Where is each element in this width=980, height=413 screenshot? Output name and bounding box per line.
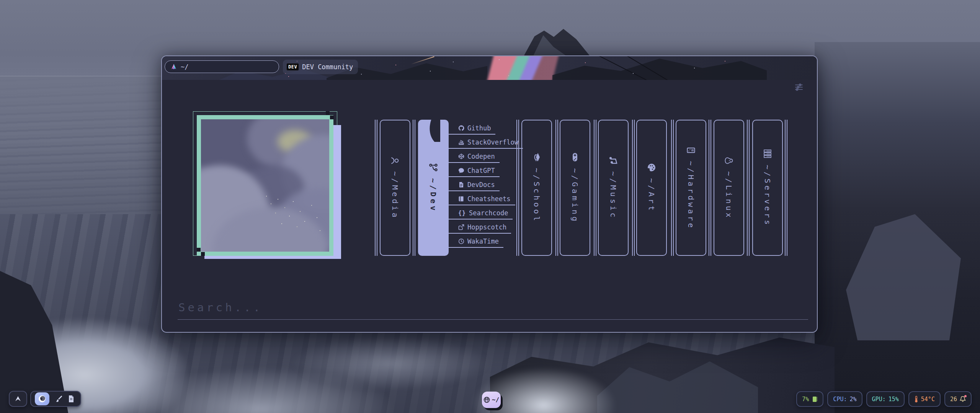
- link-codepen[interactable]: Codepen: [448, 153, 500, 163]
- memory-widget[interactable]: 7%: [796, 391, 823, 407]
- spine-label: ~/Gaming: [570, 168, 580, 223]
- link-label: WakaTime: [467, 237, 499, 245]
- dev-badge: DEV: [287, 63, 299, 70]
- book-icon: [458, 196, 464, 202]
- link-chatgpt[interactable]: ChatGPT: [448, 167, 500, 177]
- spine-label: ~/Music: [609, 171, 618, 220]
- browser-window: ~/ DEV DEV Community: [161, 55, 818, 333]
- frame-handle: [330, 115, 334, 119]
- pc-tower-icon: [686, 146, 696, 155]
- spine-label: ~/Media: [390, 171, 400, 220]
- spine-hardware[interactable]: ~/Hardware: [676, 120, 706, 256]
- cpu-widget[interactable]: CPU: 2%: [827, 391, 862, 407]
- person-icon: [390, 156, 400, 165]
- shelf-divider: [594, 120, 596, 256]
- palette-icon: [647, 163, 656, 172]
- spine-school[interactable]: ~/School: [521, 120, 552, 256]
- arrow-up-icon: [14, 395, 22, 402]
- link-stackoverflow[interactable]: StackOverflow: [448, 138, 523, 149]
- firefox-icon[interactable]: [35, 392, 49, 405]
- link-label: ChatGPT: [467, 167, 495, 174]
- gamepad-icon: [570, 152, 580, 162]
- thermometer-icon: [914, 396, 918, 403]
- file-icon[interactable]: [68, 395, 75, 403]
- spine-media[interactable]: ~/Media: [380, 120, 410, 256]
- url-bar[interactable]: ~/: [165, 60, 279, 73]
- system-tray: 7% CPU: 2% GPU: 15% 54°C: [796, 391, 972, 407]
- link-hoppscotch[interactable]: Hoppscotch: [448, 223, 511, 234]
- spine-label: ~/School: [532, 168, 541, 223]
- link-github[interactable]: Github: [448, 124, 495, 135]
- browser-logo-icon: [170, 63, 177, 70]
- gpu-label: GPU:: [872, 396, 886, 403]
- spine-music[interactable]: ~/Music: [598, 120, 629, 256]
- gpu-widget[interactable]: GPU: 15%: [866, 391, 905, 407]
- cloud-painting: [201, 119, 329, 252]
- workspace-label: ~/: [492, 396, 499, 403]
- chip-icon: [812, 396, 818, 403]
- music-note-icon: [609, 156, 618, 165]
- artwork-image: [197, 115, 333, 256]
- featured-artwork: [193, 111, 377, 272]
- link-label: Searchcode: [469, 209, 508, 217]
- temperature-widget[interactable]: 54°C: [908, 391, 941, 407]
- document-icon: [458, 182, 464, 188]
- link-label: Cheatsheets: [467, 195, 511, 203]
- git-branch-icon: [429, 163, 438, 172]
- link-devdocs[interactable]: DevDocs: [448, 181, 500, 191]
- share-box-icon: [458, 224, 464, 230]
- graduation-cap-icon: [532, 153, 541, 162]
- workspace-button[interactable]: ~/: [482, 392, 501, 408]
- app-launcher-button[interactable]: [9, 391, 27, 407]
- sliders-icon[interactable]: [795, 83, 803, 91]
- banner-art: [552, 56, 767, 80]
- memory-value: 7%: [802, 396, 809, 403]
- wallpaper-foam: [291, 337, 490, 390]
- shelf-divider: [709, 120, 711, 256]
- link-cheatsheets[interactable]: Cheatsheets: [448, 195, 515, 205]
- dev-links: Github StackOverflow: [448, 124, 523, 252]
- tab-title: DEV Community: [302, 63, 353, 71]
- frame-handle: [197, 248, 201, 252]
- link-label: DevDocs: [467, 181, 495, 189]
- clock-icon: [458, 238, 464, 244]
- notification-dot: [964, 395, 967, 397]
- shelf-divider: [747, 120, 750, 256]
- server-rack-icon: [763, 149, 773, 159]
- cpu-label: CPU:: [833, 396, 847, 403]
- paintbrush-icon[interactable]: [55, 395, 62, 403]
- codepen-icon: [458, 153, 464, 159]
- spine-servers[interactable]: ~/Servers: [752, 120, 783, 256]
- gpu-value: 15%: [889, 396, 899, 403]
- spine-label: ~/Servers: [763, 165, 772, 227]
- frame-handle: [326, 111, 330, 115]
- spine-label: ~/Hardware: [686, 161, 696, 230]
- stackoverflow-icon: [458, 139, 464, 145]
- shelf-divider: [632, 120, 635, 256]
- search-input[interactable]: [178, 299, 808, 320]
- shelf-divider: [785, 120, 787, 256]
- banner-shooting-star: [411, 56, 434, 65]
- shelf-divider: [375, 120, 377, 256]
- tab-dev-community[interactable]: DEV DEV Community: [283, 60, 358, 74]
- link-wakatime[interactable]: WakaTime: [448, 237, 503, 248]
- desktop: ~/ DEV DEV Community: [0, 0, 980, 413]
- notifications-widget[interactable]: 26: [944, 391, 972, 407]
- dock: [30, 391, 81, 407]
- github-icon: [458, 125, 464, 131]
- spine-notch: [426, 111, 440, 142]
- spine-gaming[interactable]: ~/Gaming: [560, 120, 590, 256]
- link-label: Github: [467, 124, 491, 132]
- cpu-value: 2%: [850, 396, 857, 403]
- shelf-divider: [671, 120, 674, 256]
- link-searchcode[interactable]: {} Searchcode: [448, 209, 513, 220]
- shelf-divider: [413, 120, 415, 256]
- spine-art[interactable]: ~/Art: [636, 120, 667, 256]
- bookshelf: ~/Media ~/Dev: [375, 120, 790, 256]
- frame-handle: [201, 252, 205, 256]
- spine-linux[interactable]: ~/Linux: [714, 120, 744, 256]
- globe-icon: [483, 397, 490, 403]
- tux-icon: [724, 156, 733, 165]
- shelf-divider: [555, 120, 558, 256]
- spine-dev[interactable]: ~/Dev: [418, 120, 449, 256]
